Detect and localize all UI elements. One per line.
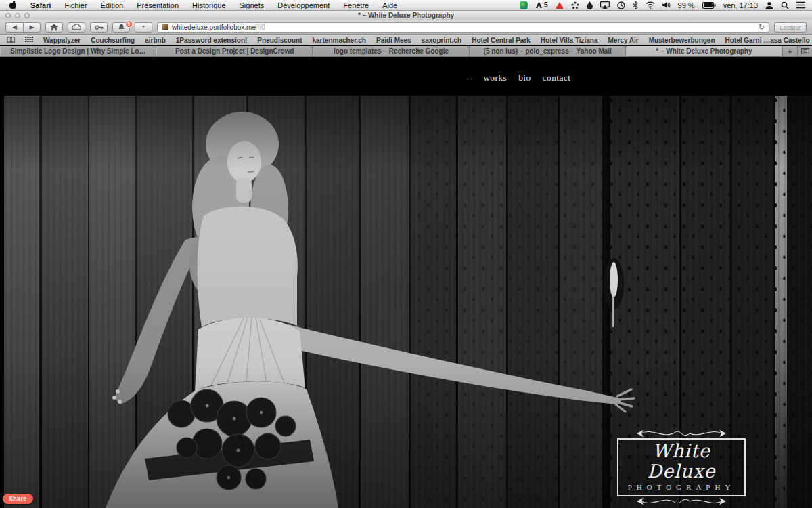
window-title-bar[interactable]: * – White Deluxe Photography (0, 11, 812, 20)
nav-works[interactable]: works (483, 72, 507, 83)
bookmark-saxoprint[interactable]: saxoprint.ch (422, 37, 461, 44)
menu-presentation[interactable]: Présentation (130, 0, 185, 11)
tab-designcrowd[interactable]: Post a Design Project | DesignCrowd (156, 46, 313, 56)
menu-fichier[interactable]: Fichier (58, 0, 94, 11)
logo-caps-text: PHOTOGRAPHY (623, 483, 740, 491)
menu-aide[interactable]: Aide (376, 0, 404, 11)
pinwheel-icon[interactable] (571, 1, 579, 10)
menu-safari[interactable]: Safari (24, 0, 58, 11)
home-icon (50, 24, 58, 31)
time-machine-icon[interactable] (617, 1, 625, 10)
menu-bar: Safari Fichier Édition Présentation Hist… (0, 0, 812, 11)
nav-dash[interactable]: – (467, 72, 472, 83)
bookmark-wappalyzer[interactable]: Wappalyzer (43, 37, 81, 44)
bookmark-airbnb[interactable]: airbnb (145, 37, 166, 44)
menu-clock[interactable]: ven. 17:13 (723, 1, 758, 9)
menu-fenetre[interactable]: Fenêtre (336, 0, 376, 11)
apple-icon[interactable] (9, 1, 17, 9)
new-tab-toolbar-button[interactable]: + (135, 22, 152, 33)
spotlight-icon[interactable] (781, 1, 789, 10)
nav-contact[interactable]: contact (543, 72, 571, 83)
battery-icon[interactable] (702, 1, 716, 10)
adobe-count: 5 (544, 1, 548, 9)
airplay-icon[interactable] (600, 1, 610, 10)
red-triangle-icon[interactable] (556, 1, 564, 10)
site-favicon (162, 24, 168, 30)
colored-app-icon[interactable] (520, 1, 528, 10)
droplet-icon[interactable] (587, 1, 593, 10)
bookmarks-bar: Wappalyzer Couchsurfing airbnb 1Password… (0, 35, 812, 45)
bluetooth-icon[interactable] (633, 1, 638, 10)
browser-toolbar: ◀ ▶ 5 + whitedeluxe.portfoliobox.me/#0 ↻… (0, 20, 812, 35)
bookmark-paidi-mees[interactable]: Paidi Mees (376, 37, 411, 44)
refresh-icon[interactable]: ↻ (759, 24, 765, 30)
new-tab-button[interactable]: + (782, 46, 797, 56)
notification-badge: 5 (125, 20, 133, 28)
battery-percent: 99 % (678, 1, 695, 9)
site-navigation: – works bio contact (467, 72, 570, 83)
top-sites-icon[interactable] (25, 37, 33, 43)
tab-google-logo-templates[interactable]: logo templates – Recherche Google (313, 46, 469, 56)
menu-edition[interactable]: Édition (94, 0, 131, 11)
back-button[interactable]: ◀ (5, 22, 23, 33)
bookmark-mercy-air[interactable]: Mercy Air (608, 37, 639, 44)
menu-developpement[interactable]: Développement (271, 0, 336, 11)
cloud-icon (72, 24, 81, 30)
tab-white-deluxe-active[interactable]: * – White Deluxe Photography (626, 46, 782, 56)
tab-yahoo-mail[interactable]: (5 non lus) – polo_express – Yahoo Mail (470, 46, 626, 56)
home-button[interactable] (45, 22, 63, 33)
bookmark-musterbewerbungen[interactable]: Musterbewerbungen (649, 37, 715, 44)
window-title: * – White Deluxe Photography (0, 12, 812, 19)
bookmark-1password[interactable]: 1Password extension! (176, 37, 248, 44)
share-button[interactable]: Share (3, 494, 33, 504)
logo-box: White Deluxe PHOTOGRAPHY (617, 438, 746, 496)
site-logo: White Deluxe PHOTOGRAPHY (617, 429, 746, 505)
url-fragment: /#0 (256, 24, 265, 31)
nav-bio[interactable]: bio (518, 72, 531, 83)
icloud-tabs-button[interactable] (68, 22, 85, 33)
bookmark-kartenmacher[interactable]: kartenmacher.ch (312, 37, 366, 44)
menu-status-area: 5 99 % ven. 17:13 (520, 1, 808, 10)
ornament-flourish-bottom (631, 497, 732, 505)
reader-button[interactable]: Lecteur (774, 22, 807, 33)
tab-tools: + (782, 46, 812, 56)
webpage: – works bio contact (0, 57, 812, 508)
logo-script-text: White Deluxe (623, 441, 740, 482)
show-all-tabs-button[interactable] (797, 46, 812, 56)
wifi-icon[interactable] (646, 1, 655, 10)
bookmark-hotel-central-park[interactable]: Hotel Central Park (472, 37, 531, 44)
volume-icon[interactable] (662, 1, 671, 10)
menu-historique[interactable]: Historique (185, 0, 233, 11)
url-host: whitedeluxe.portfoliobox.me (172, 24, 256, 31)
bell-icon (118, 24, 125, 31)
user-icon[interactable] (765, 1, 773, 10)
bookmark-pneudiscount[interactable]: Pneudiscount (257, 37, 302, 44)
notification-center-icon[interactable] (796, 1, 805, 10)
bookmarks-sidebar-icon[interactable] (7, 37, 15, 43)
history-nav-group: ◀ ▶ (5, 22, 41, 33)
forward-button[interactable]: ▶ (23, 22, 41, 33)
tab-simplistic-logo-design[interactable]: Simplistic Logo Design | Why Simple Logo… (0, 46, 156, 56)
password-extension-button[interactable] (90, 22, 108, 33)
all-tabs-icon (801, 48, 809, 54)
extension-notify-button[interactable]: 5 (112, 22, 130, 33)
tab-bar: Simplistic Logo Design | Why Simple Logo… (0, 46, 812, 57)
menu-signets[interactable]: Signets (233, 0, 271, 11)
adobe-icon[interactable]: 5 (535, 1, 548, 10)
bookmark-couchsurfing[interactable]: Couchsurfing (91, 37, 135, 44)
bookmark-hotel-garni[interactable]: Hotel Garni …asa Castello (725, 37, 810, 44)
bookmark-hotel-villa-tiziana[interactable]: Hotel Villa Tiziana (541, 37, 598, 44)
ornament-flourish-top (631, 429, 732, 438)
key-icon (95, 24, 104, 31)
address-bar[interactable]: whitedeluxe.portfoliobox.me/#0 ↻ (157, 22, 769, 33)
